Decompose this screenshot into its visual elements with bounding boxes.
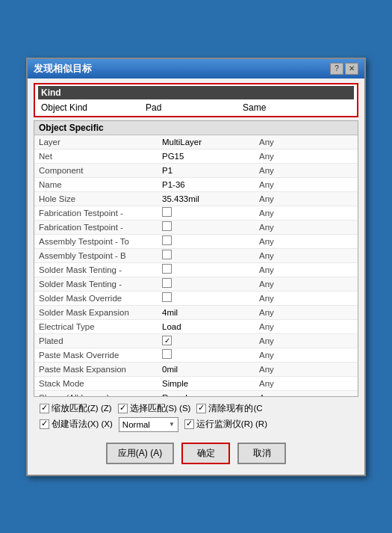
cancel-button[interactable]: 取消: [237, 443, 286, 464]
table-row: Paste Mask Override Any: [34, 348, 358, 363]
row-any: Any: [259, 336, 311, 345]
dropdown-row: 创建语法(X) (X) Normal ▼ 运行监测仪(R) (R): [40, 417, 352, 432]
object-specific-table[interactable]: Object Specific Layer MultiLayer Any Net…: [34, 120, 358, 397]
row-value: P1: [162, 166, 259, 175]
row-value: PG15: [162, 152, 259, 161]
solder-mask-tenting2-checkbox[interactable]: [162, 278, 172, 288]
row-value: [162, 336, 259, 345]
checkbox-row-1: 缩放匹配(Z) (Z) 选择匹配(S) (S) 清除现有的(C: [40, 403, 352, 414]
ok-button[interactable]: 确定: [181, 443, 230, 464]
plated-checkbox[interactable]: [162, 336, 172, 345]
row-label: Solder Mask Override: [39, 294, 162, 303]
row-any: Any: [259, 194, 311, 203]
solder-mask-override-checkbox[interactable]: [162, 292, 172, 302]
object-specific-header: Object Specific: [34, 121, 358, 135]
row-label: Paste Mask Override: [39, 351, 162, 360]
table-row: Net PG15 Any: [34, 150, 358, 164]
kind-header: Kind: [38, 86, 354, 99]
row-value: 35.433mil: [162, 194, 259, 203]
title-bar: 发现相似目标 ? ✕: [28, 59, 364, 78]
create-expression-label: 创建语法(X) (X): [52, 419, 113, 430]
table-row: Solder Mask Override Any: [34, 292, 358, 306]
run-monitor-item: 运行监测仪(R) (R): [184, 419, 267, 430]
table-row: Assembly Testpoint - To Any: [34, 235, 358, 249]
table-row: Fabrication Testpoint - Any: [34, 206, 358, 221]
table-row: Fabrication Testpoint - Any: [34, 221, 358, 235]
zoom-match-label: 缩放匹配(Z) (Z): [52, 403, 112, 414]
row-value: [162, 250, 259, 261]
row-any: Any: [259, 180, 311, 189]
row-any: Any: [259, 251, 311, 260]
row-any: Any: [259, 308, 311, 317]
row-any: Any: [259, 166, 311, 175]
row-any: Any: [259, 379, 311, 388]
table-row: Stack Mode Simple Any: [34, 377, 358, 391]
dropdown-arrow-icon: ▼: [169, 421, 175, 428]
clear-existing-checkbox[interactable]: [196, 404, 206, 413]
row-label: Fabrication Testpoint -: [39, 209, 162, 218]
row-any: Any: [259, 265, 311, 274]
row-value: Load: [162, 322, 259, 331]
zoom-match-item: 缩放匹配(Z) (Z): [40, 403, 112, 414]
row-label: Layer: [39, 138, 162, 147]
table-row: Electrical Type Load Any: [34, 320, 358, 334]
button-row: 应用(A) (A) 确定 取消: [34, 438, 358, 470]
assembly-testpoint-bot-checkbox[interactable]: [162, 250, 172, 259]
zoom-match-checkbox[interactable]: [40, 404, 49, 413]
bottom-section: 缩放匹配(Z) (Z) 选择匹配(S) (S) 清除现有的(C 创建语法(X) …: [34, 400, 358, 435]
create-expression-checkbox[interactable]: [40, 419, 49, 429]
table-row: Solder Mask Tenting - Any: [34, 263, 358, 277]
help-button[interactable]: ?: [330, 63, 343, 75]
table-wrapper: Object Specific Layer MultiLayer Any Net…: [34, 120, 358, 397]
title-bar-buttons: ? ✕: [330, 63, 358, 75]
row-label: Solder Mask Tenting -: [39, 265, 162, 274]
fab-testpoint2-checkbox[interactable]: [162, 221, 172, 231]
row-any: Any: [259, 351, 311, 360]
row-value: Round: [162, 393, 259, 397]
row-value: [162, 278, 259, 289]
select-match-checkbox[interactable]: [118, 404, 128, 413]
row-any: Any: [259, 322, 311, 331]
row-label: Solder Mask Tenting -: [39, 280, 162, 289]
kind-row: Object Kind Pad Same: [38, 101, 354, 114]
apply-button[interactable]: 应用(A) (A): [106, 443, 174, 464]
kind-section: Kind Object Kind Pad Same: [34, 83, 358, 117]
table-row: Shape (All Layers) Round Any: [34, 391, 358, 397]
row-any: Any: [259, 138, 311, 147]
row-any: Any: [259, 280, 311, 289]
row-label: Plated: [39, 336, 162, 345]
normal-dropdown[interactable]: Normal ▼: [119, 417, 178, 432]
find-similar-dialog: 发现相似目标 ? ✕ Kind Object Kind Pad Same Obj…: [26, 58, 366, 476]
row-label: Net: [39, 152, 162, 161]
solder-mask-tenting1-checkbox[interactable]: [162, 264, 172, 274]
row-value: [162, 349, 259, 360]
paste-mask-override-checkbox[interactable]: [162, 349, 172, 359]
select-match-label: 选择匹配(S) (S): [130, 403, 191, 414]
row-label: Shape (All Layers): [39, 393, 162, 397]
row-any: Any: [259, 152, 311, 161]
dialog-title: 发现相似目标: [34, 62, 92, 76]
close-button[interactable]: ✕: [345, 63, 358, 75]
run-monitor-label: 运行监测仪(R) (R): [196, 419, 267, 430]
row-label: Stack Mode: [39, 379, 162, 388]
assembly-testpoint-top-checkbox[interactable]: [162, 235, 172, 245]
row-any: Any: [259, 365, 311, 374]
row-value: 0mil: [162, 365, 259, 374]
table-row: Name P1-36 Any: [34, 178, 358, 192]
row-value: [162, 264, 259, 275]
row-label: Assembly Testpoint - B: [39, 251, 162, 260]
row-value: [162, 235, 259, 247]
table-row: Solder Mask Tenting - Any: [34, 277, 358, 292]
table-row: Hole Size 35.433mil Any: [34, 192, 358, 206]
row-any: Any: [259, 237, 311, 246]
row-label: Paste Mask Expansion: [39, 365, 162, 374]
row-label: Fabrication Testpoint -: [39, 223, 162, 232]
row-value: Simple: [162, 379, 259, 388]
row-value: [162, 207, 259, 218]
clear-existing-item: 清除现有的(C: [196, 403, 262, 414]
table-row: Component P1 Any: [34, 164, 358, 178]
fab-testpoint1-checkbox[interactable]: [162, 207, 172, 217]
table-row: Layer MultiLayer Any: [34, 135, 358, 150]
run-monitor-checkbox[interactable]: [184, 419, 194, 429]
row-label: Component: [39, 166, 162, 175]
